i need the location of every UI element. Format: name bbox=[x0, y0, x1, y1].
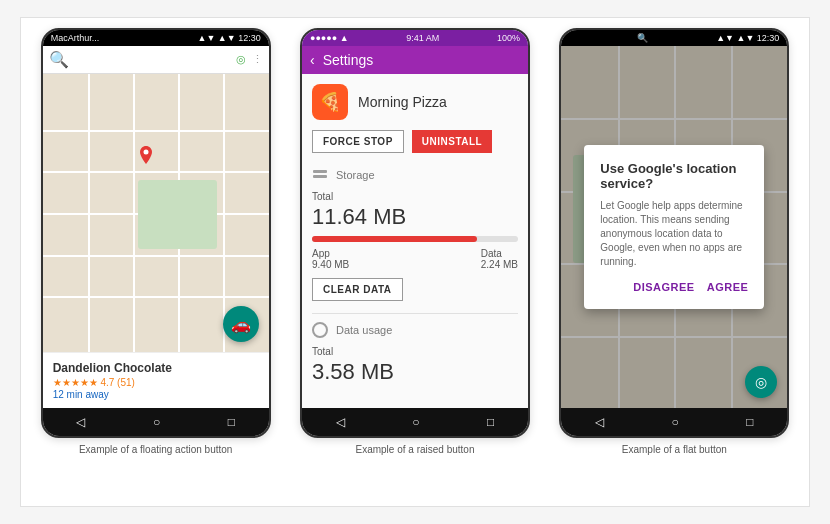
clear-data-button[interactable]: CLEAR DATA bbox=[312, 278, 403, 301]
phone3-navbar: ◁ ○ □ bbox=[561, 408, 787, 436]
recent-nav-icon[interactable]: □ bbox=[746, 415, 753, 429]
storage-bar-fill bbox=[312, 236, 477, 242]
storage-app: App 9.40 MB bbox=[312, 248, 349, 270]
storage-section-header: Storage bbox=[312, 167, 518, 183]
phone3: 🔍 ▲▼ ▲▼ 12:30 bbox=[559, 28, 789, 438]
more-icon: ⋮ bbox=[252, 53, 263, 66]
main-container: MacArthur... ▲▼ ▲▼ 12:30 🔍 dessert ◎ ⋮ bbox=[20, 17, 810, 507]
phone1-caption: Example of a floating action button bbox=[79, 444, 232, 455]
street bbox=[223, 74, 225, 352]
pizza-icon: 🍕 bbox=[319, 91, 341, 113]
recent-nav-icon[interactable]: □ bbox=[228, 415, 235, 429]
home-nav-icon[interactable]: ○ bbox=[412, 415, 419, 429]
data-usage-section: Data usage Total 3.58 MB bbox=[312, 313, 518, 385]
location-icon: ◎ bbox=[236, 53, 246, 66]
phone2-status-battery: 100% bbox=[497, 33, 520, 43]
home-nav-icon[interactable]: ○ bbox=[153, 415, 160, 429]
map-pin bbox=[140, 146, 152, 164]
phone1-wrapper: MacArthur... ▲▼ ▲▼ 12:30 🔍 dessert ◎ ⋮ bbox=[31, 28, 280, 455]
storage-bar bbox=[312, 236, 518, 242]
phone3-status-right: ▲▼ ▲▼ 12:30 bbox=[716, 33, 779, 43]
phone1-statusbar: MacArthur... ▲▼ ▲▼ 12:30 bbox=[43, 30, 269, 46]
dialog-overlay: Use Google's location service? Let Googl… bbox=[561, 46, 787, 408]
data-usage-header: Data usage bbox=[312, 322, 518, 338]
storage-total-value: 11.64 MB bbox=[312, 204, 518, 230]
street bbox=[133, 74, 135, 352]
toolbar-title: Settings bbox=[323, 52, 374, 68]
location-fab-icon: ◎ bbox=[755, 374, 767, 390]
data-usage-label: Data usage bbox=[336, 324, 392, 336]
phone3-wrapper: 🔍 ▲▼ ▲▼ 12:30 bbox=[550, 28, 799, 455]
storage-breakdown: App 9.40 MB Data 2.24 MB bbox=[312, 248, 518, 270]
street bbox=[43, 296, 269, 298]
back-nav-icon[interactable]: ◁ bbox=[76, 415, 85, 429]
place-rating: ★★★★★ 4.7 (51) bbox=[53, 377, 259, 388]
phone2: ●●●●● ▲ 9:41 AM 100% ‹ Settings 🍕 bbox=[300, 28, 530, 438]
phone2-status-left: ●●●●● ▲ bbox=[310, 33, 349, 43]
street bbox=[88, 74, 90, 352]
street bbox=[43, 130, 269, 132]
phone1: MacArthur... ▲▼ ▲▼ 12:30 🔍 dessert ◎ ⋮ bbox=[41, 28, 271, 438]
uninstall-button[interactable]: UNINSTALL bbox=[412, 130, 492, 153]
recent-nav-icon[interactable]: □ bbox=[487, 415, 494, 429]
phone2-navbar: ◁ ○ □ bbox=[302, 408, 528, 436]
data-usage-icon bbox=[312, 322, 328, 338]
phone3-caption: Example of a flat button bbox=[622, 444, 727, 455]
phone2-toolbar: ‹ Settings bbox=[302, 46, 528, 74]
phone2-status-center: 9:41 AM bbox=[406, 33, 439, 43]
storage-data-label: Data bbox=[481, 248, 518, 259]
data-usage-total-label: Total bbox=[312, 346, 518, 357]
storage-data: Data 2.24 MB bbox=[481, 248, 518, 270]
storage-icon bbox=[312, 167, 328, 183]
phone3-statusbar: 🔍 ▲▼ ▲▼ 12:30 bbox=[561, 30, 787, 46]
phone1-search-bar: 🔍 dessert ◎ ⋮ bbox=[43, 46, 269, 74]
storage-app-label: App bbox=[312, 248, 349, 259]
place-card: Dandelion Chocolate ★★★★★ 4.7 (51) 12 mi… bbox=[43, 352, 269, 408]
back-nav-icon[interactable]: ◁ bbox=[336, 415, 345, 429]
phone2-caption: Example of a raised button bbox=[356, 444, 475, 455]
app-icon: 🍕 bbox=[312, 84, 348, 120]
force-stop-button[interactable]: FORCE STOP bbox=[312, 130, 404, 153]
phone1-navbar: ◁ ○ □ bbox=[43, 408, 269, 436]
park bbox=[138, 180, 217, 250]
floating-action-button[interactable]: 🚗 bbox=[223, 306, 259, 342]
phone3-map: Use Google's location service? Let Googl… bbox=[561, 46, 787, 408]
storage-total-label: Total bbox=[312, 191, 518, 202]
dialog-buttons: DISAGREE AGREE bbox=[600, 281, 748, 293]
search-icon: 🔍 bbox=[49, 50, 69, 69]
storage-app-value: 9.40 MB bbox=[312, 259, 349, 270]
phone2-wrapper: ●●●●● ▲ 9:41 AM 100% ‹ Settings 🍕 bbox=[290, 28, 539, 455]
street bbox=[43, 171, 269, 173]
phone3-search-icon: 🔍 bbox=[637, 33, 648, 43]
street bbox=[43, 255, 269, 257]
svg-point-0 bbox=[143, 150, 148, 155]
disagree-button[interactable]: DISAGREE bbox=[633, 281, 694, 293]
agree-button[interactable]: AGREE bbox=[707, 281, 749, 293]
phone1-status-left: MacArthur... bbox=[51, 33, 100, 43]
search-input[interactable]: dessert bbox=[75, 54, 230, 66]
location-dialog: Use Google's location service? Let Googl… bbox=[584, 145, 764, 309]
phone2-content: 🍕 Morning Pizza FORCE STOP UNINSTALL bbox=[302, 74, 528, 408]
home-nav-icon[interactable]: ○ bbox=[672, 415, 679, 429]
back-button[interactable]: ‹ bbox=[310, 52, 315, 68]
car-icon: 🚗 bbox=[231, 315, 251, 334]
phones-row: MacArthur... ▲▼ ▲▼ 12:30 🔍 dessert ◎ ⋮ bbox=[31, 28, 799, 496]
app-name: Morning Pizza bbox=[358, 94, 447, 110]
place-distance: 12 min away bbox=[53, 389, 259, 400]
storage-section-label: Storage bbox=[336, 169, 375, 181]
phone1-status-right: ▲▼ ▲▼ 12:30 bbox=[198, 33, 261, 43]
phone2-statusbar: ●●●●● ▲ 9:41 AM 100% bbox=[302, 30, 528, 46]
place-name: Dandelion Chocolate bbox=[53, 361, 259, 375]
app-header: 🍕 Morning Pizza bbox=[312, 84, 518, 120]
svg-rect-2 bbox=[313, 175, 327, 178]
dialog-body: Let Google help apps determine location.… bbox=[600, 199, 748, 269]
dialog-title: Use Google's location service? bbox=[600, 161, 748, 191]
data-usage-total-value: 3.58 MB bbox=[312, 359, 518, 385]
phone1-map: 🚗 bbox=[43, 74, 269, 352]
storage-data-value: 2.24 MB bbox=[481, 259, 518, 270]
svg-rect-1 bbox=[313, 170, 327, 173]
action-button-row: FORCE STOP UNINSTALL bbox=[312, 130, 518, 153]
back-nav-icon[interactable]: ◁ bbox=[595, 415, 604, 429]
